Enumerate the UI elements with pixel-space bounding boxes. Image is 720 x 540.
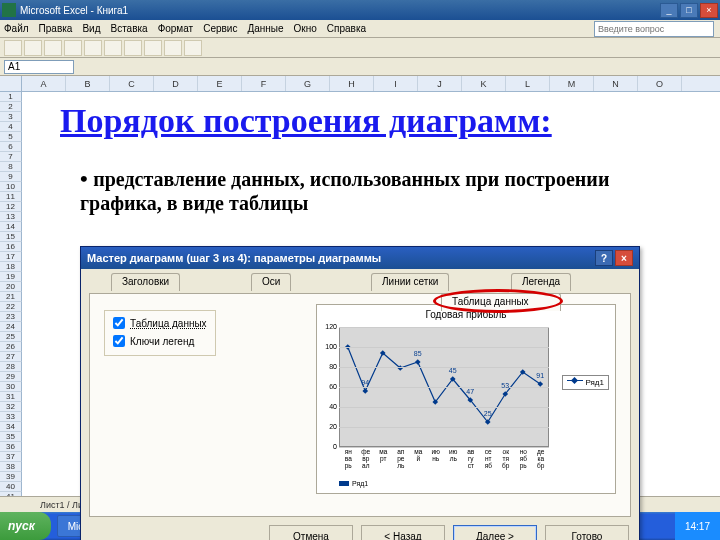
- col-header[interactable]: B: [66, 76, 110, 91]
- row-header[interactable]: 9: [0, 172, 22, 182]
- row-header[interactable]: 34: [0, 422, 22, 432]
- row-header[interactable]: 1: [0, 92, 22, 102]
- name-box[interactable]: A1: [4, 60, 74, 74]
- row-header[interactable]: 14: [0, 222, 22, 232]
- col-header[interactable]: J: [418, 76, 462, 91]
- row-header[interactable]: 2: [0, 102, 22, 112]
- row-header[interactable]: 4: [0, 122, 22, 132]
- toolbar-button[interactable]: [4, 40, 22, 56]
- row-header[interactable]: 40: [0, 482, 22, 492]
- col-header[interactable]: E: [198, 76, 242, 91]
- slide-title: Порядок построения диаграмм:: [60, 102, 552, 140]
- row-header[interactable]: 7: [0, 152, 22, 162]
- dialog-close-button[interactable]: ×: [615, 250, 633, 266]
- row-header[interactable]: 20: [0, 282, 22, 292]
- tab-axes[interactable]: Оси: [251, 273, 291, 291]
- next-button[interactable]: Далее >: [453, 525, 537, 540]
- row-header[interactable]: 8: [0, 162, 22, 172]
- back-button[interactable]: < Назад: [361, 525, 445, 540]
- row-header[interactable]: 12: [0, 202, 22, 212]
- dialog-button-row: Отмена < Назад Далее > Готово: [269, 525, 629, 540]
- row-header[interactable]: 23: [0, 312, 22, 322]
- col-header[interactable]: K: [462, 76, 506, 91]
- row-header[interactable]: 27: [0, 352, 22, 362]
- row-header[interactable]: 36: [0, 442, 22, 452]
- row-header[interactable]: 31: [0, 392, 22, 402]
- toolbar-button[interactable]: [144, 40, 162, 56]
- row-header[interactable]: 38: [0, 462, 22, 472]
- row-header[interactable]: 16: [0, 242, 22, 252]
- col-header[interactable]: C: [110, 76, 154, 91]
- toolbar-button[interactable]: [44, 40, 62, 56]
- dialog-help-button[interactable]: ?: [595, 250, 613, 266]
- row-header[interactable]: 3: [0, 112, 22, 122]
- row-header[interactable]: 30: [0, 382, 22, 392]
- menu-help[interactable]: Справка: [327, 23, 366, 34]
- toolbar-button[interactable]: [24, 40, 42, 56]
- system-tray[interactable]: 14:17: [675, 512, 720, 540]
- menu-tools[interactable]: Сервис: [203, 23, 237, 34]
- col-header[interactable]: M: [550, 76, 594, 91]
- row-header[interactable]: 13: [0, 212, 22, 222]
- maximize-button[interactable]: □: [680, 3, 698, 18]
- row-header[interactable]: 22: [0, 302, 22, 312]
- row-header[interactable]: 19: [0, 272, 22, 282]
- row-header[interactable]: 17: [0, 252, 22, 262]
- checkbox-legendkeys[interactable]: [113, 335, 125, 347]
- finish-button[interactable]: Готово: [545, 525, 629, 540]
- col-header[interactable]: F: [242, 76, 286, 91]
- toolbar-button[interactable]: [124, 40, 142, 56]
- formula-bar: A1: [0, 58, 720, 76]
- toolbar-button[interactable]: [84, 40, 102, 56]
- row-header[interactable]: 18: [0, 262, 22, 272]
- row-header[interactable]: 21: [0, 292, 22, 302]
- tab-datatable[interactable]: Таблица данных: [441, 293, 561, 311]
- col-header[interactable]: L: [506, 76, 550, 91]
- toolbar-button[interactable]: [184, 40, 202, 56]
- tab-legend[interactable]: Легенда: [511, 273, 571, 291]
- row-header[interactable]: 28: [0, 362, 22, 372]
- row-header[interactable]: 25: [0, 332, 22, 342]
- column-headers: A B C D E F G H I J K L M N O: [0, 76, 720, 92]
- menu-edit[interactable]: Правка: [39, 23, 73, 34]
- tab-gridlines[interactable]: Линии сетки: [371, 273, 449, 291]
- col-header[interactable]: A: [22, 76, 66, 91]
- toolbar-button[interactable]: [104, 40, 122, 56]
- menu-file[interactable]: Файл: [4, 23, 29, 34]
- row-header[interactable]: 32: [0, 402, 22, 412]
- row-header[interactable]: 5: [0, 132, 22, 142]
- cancel-button[interactable]: Отмена: [269, 525, 353, 540]
- menu-window[interactable]: Окно: [294, 23, 317, 34]
- minimize-button[interactable]: _: [660, 3, 678, 18]
- row-header[interactable]: 10: [0, 182, 22, 192]
- col-header[interactable]: G: [286, 76, 330, 91]
- close-button[interactable]: ×: [700, 3, 718, 18]
- menu-insert[interactable]: Вставка: [110, 23, 147, 34]
- help-question-input[interactable]: [594, 21, 714, 37]
- col-header[interactable]: D: [154, 76, 198, 91]
- select-all-corner[interactable]: [0, 76, 22, 91]
- col-header[interactable]: N: [594, 76, 638, 91]
- col-header[interactable]: H: [330, 76, 374, 91]
- row-header[interactable]: 15: [0, 232, 22, 242]
- row-header[interactable]: 6: [0, 142, 22, 152]
- row-header[interactable]: 11: [0, 192, 22, 202]
- row-header[interactable]: 26: [0, 342, 22, 352]
- col-header[interactable]: I: [374, 76, 418, 91]
- menu-format[interactable]: Формат: [158, 23, 194, 34]
- tray-clock: 14:17: [685, 521, 710, 532]
- col-header[interactable]: O: [638, 76, 682, 91]
- tab-headers[interactable]: Заголовки: [111, 273, 180, 291]
- row-header[interactable]: 35: [0, 432, 22, 442]
- row-header[interactable]: 33: [0, 412, 22, 422]
- checkbox-datatable[interactable]: [113, 317, 125, 329]
- row-header[interactable]: 39: [0, 472, 22, 482]
- toolbar-button[interactable]: [64, 40, 82, 56]
- menu-view[interactable]: Вид: [82, 23, 100, 34]
- menu-data[interactable]: Данные: [247, 23, 283, 34]
- row-header[interactable]: 24: [0, 322, 22, 332]
- start-button[interactable]: пуск: [0, 512, 51, 540]
- toolbar-button[interactable]: [164, 40, 182, 56]
- row-header[interactable]: 29: [0, 372, 22, 382]
- row-header[interactable]: 37: [0, 452, 22, 462]
